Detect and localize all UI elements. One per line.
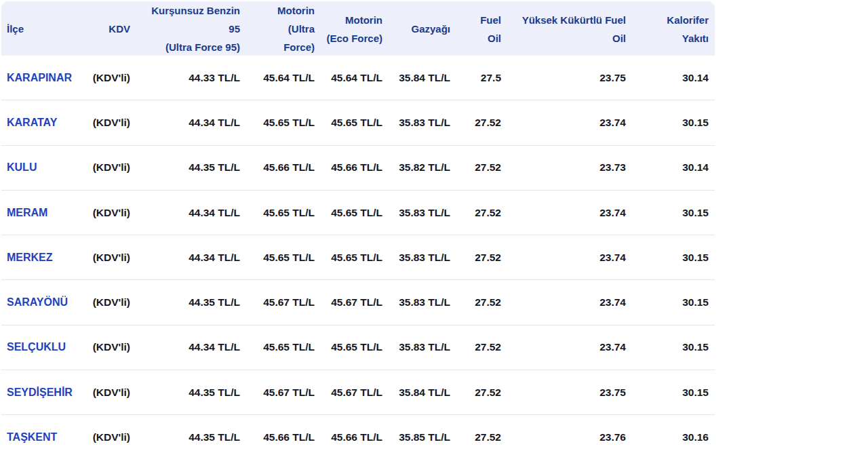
price-cell-motorin-ultra-force: 45.64 TL/L	[240, 72, 315, 84]
price-cell-yuksek-kukurtlu-fuel-oil: 23.74	[501, 341, 626, 353]
kdv-note: (KDV'li)	[85, 161, 130, 174]
price-cell-fuel-oil: 27.52	[450, 117, 501, 129]
kdv-note: (KDV'li)	[85, 117, 130, 129]
price-cell-kursunsuz-benzin-95: 44.35 TL/L	[130, 161, 240, 174]
column-header-kalorifer-yakiti: Kalorifer Yakıtı	[626, 11, 709, 47]
price-cell-kalorifer-yakiti: 30.16	[626, 431, 709, 443]
price-cell-motorin-ultra-force: 45.65 TL/L	[240, 207, 315, 219]
price-cell-gazyagi: 35.83 TL/L	[382, 296, 450, 309]
price-cell-kursunsuz-benzin-95: 44.34 TL/L	[130, 341, 240, 353]
table-header-row: İlçeKDVKurşunsuz Benzin 95 (Ultra Force …	[1, 1, 715, 56]
price-cell-yuksek-kukurtlu-fuel-oil: 23.75	[501, 72, 626, 84]
price-cell-gazyagi: 35.83 TL/L	[382, 207, 450, 219]
column-header-yuksek-kukurtlu-fuel-oil: Yüksek Kükürtlü Fuel Oil	[501, 11, 626, 47]
price-cell-fuel-oil: 27.52	[450, 252, 501, 264]
price-cell-kalorifer-yakiti: 30.14	[626, 72, 709, 84]
price-cell-yuksek-kukurtlu-fuel-oil: 23.76	[501, 431, 626, 443]
price-cell-motorin-eco-force: 45.65 TL/L	[315, 341, 382, 353]
price-cell-yuksek-kukurtlu-fuel-oil: 23.74	[501, 207, 626, 219]
price-cell-gazyagi: 35.85 TL/L	[382, 431, 450, 443]
price-cell-motorin-eco-force: 45.65 TL/L	[315, 207, 382, 219]
table-body: KARAPINAR(KDV'li)44.33 TL/L45.64 TL/L45.…	[1, 56, 715, 455]
price-cell-gazyagi: 35.83 TL/L	[382, 117, 450, 129]
fuel-price-table: İlçeKDVKurşunsuz Benzin 95 (Ultra Force …	[1, 1, 715, 455]
price-cell-gazyagi: 35.83 TL/L	[382, 341, 450, 353]
kdv-note: (KDV'li)	[85, 207, 130, 219]
price-cell-kursunsuz-benzin-95: 44.35 TL/L	[130, 387, 240, 399]
price-cell-kursunsuz-benzin-95: 44.34 TL/L	[130, 117, 240, 129]
price-cell-kursunsuz-benzin-95: 44.35 TL/L	[130, 431, 240, 443]
table-row: MERKEZ(KDV'li)44.34 TL/L45.65 TL/L45.65 …	[1, 235, 715, 280]
price-cell-kalorifer-yakiti: 30.14	[626, 161, 709, 174]
price-cell-gazyagi: 35.84 TL/L	[382, 72, 450, 84]
district-link[interactable]: TAŞKENT	[1, 431, 85, 443]
price-cell-fuel-oil: 27.52	[450, 207, 501, 219]
price-cell-kursunsuz-benzin-95: 44.35 TL/L	[130, 296, 240, 309]
price-cell-fuel-oil: 27.52	[450, 431, 501, 443]
kdv-note: (KDV'li)	[85, 72, 130, 84]
table-row: MERAM(KDV'li)44.34 TL/L45.65 TL/L45.65 T…	[1, 191, 715, 235]
kdv-note: (KDV'li)	[85, 341, 130, 353]
column-header-gazyagi: Gazyağı	[382, 20, 450, 38]
price-cell-kursunsuz-benzin-95: 44.33 TL/L	[130, 72, 240, 84]
kdv-note: (KDV'li)	[85, 387, 130, 399]
price-cell-motorin-ultra-force: 45.67 TL/L	[240, 296, 315, 309]
table-row: KARATAY(KDV'li)44.34 TL/L45.65 TL/L45.65…	[1, 100, 715, 145]
district-link[interactable]: SELÇUKLU	[1, 341, 85, 353]
table-row: TAŞKENT(KDV'li)44.35 TL/L45.66 TL/L45.66…	[1, 415, 715, 455]
table-row: SEYDİŞEHİR(KDV'li)44.35 TL/L45.67 TL/L45…	[1, 370, 715, 415]
price-cell-fuel-oil: 27.52	[450, 341, 501, 353]
column-header-kdv: KDV	[85, 20, 130, 38]
price-cell-motorin-eco-force: 45.67 TL/L	[315, 296, 382, 309]
price-cell-gazyagi: 35.82 TL/L	[382, 161, 450, 174]
kdv-note: (KDV'li)	[85, 252, 130, 264]
price-cell-motorin-eco-force: 45.65 TL/L	[315, 252, 382, 264]
price-cell-fuel-oil: 27.52	[450, 161, 501, 174]
price-cell-motorin-ultra-force: 45.67 TL/L	[240, 387, 315, 399]
price-cell-kalorifer-yakiti: 30.15	[626, 252, 709, 264]
price-cell-kursunsuz-benzin-95: 44.34 TL/L	[130, 252, 240, 264]
price-cell-motorin-eco-force: 45.67 TL/L	[315, 387, 382, 399]
column-header-kursunsuz-benzin-95: Kurşunsuz Benzin 95 (Ultra Force 95)	[130, 1, 240, 56]
price-cell-motorin-eco-force: 45.64 TL/L	[315, 72, 382, 84]
table-row: SELÇUKLU(KDV'li)44.34 TL/L45.65 TL/L45.6…	[1, 325, 715, 370]
district-link[interactable]: MERKEZ	[1, 252, 85, 264]
district-link[interactable]: KARAPINAR	[1, 72, 85, 84]
price-cell-kalorifer-yakiti: 30.15	[626, 387, 709, 399]
column-header-motorin-eco-force: Motorin (Eco Force)	[315, 11, 382, 47]
price-cell-yuksek-kukurtlu-fuel-oil: 23.75	[501, 387, 626, 399]
column-header-motorin-ultra-force: Motorin (Ultra Force)	[240, 1, 315, 56]
column-header-ilce: İlçe	[1, 20, 85, 38]
price-cell-gazyagi: 35.84 TL/L	[382, 387, 450, 399]
district-link[interactable]: KULU	[1, 161, 85, 174]
kdv-note: (KDV'li)	[85, 296, 130, 309]
price-cell-gazyagi: 35.83 TL/L	[382, 252, 450, 264]
price-cell-motorin-ultra-force: 45.65 TL/L	[240, 252, 315, 264]
district-link[interactable]: MERAM	[1, 207, 85, 219]
price-cell-motorin-eco-force: 45.66 TL/L	[315, 161, 382, 174]
price-cell-motorin-ultra-force: 45.66 TL/L	[240, 431, 315, 443]
price-cell-motorin-ultra-force: 45.65 TL/L	[240, 341, 315, 353]
price-cell-motorin-ultra-force: 45.65 TL/L	[240, 117, 315, 129]
price-cell-yuksek-kukurtlu-fuel-oil: 23.74	[501, 296, 626, 309]
table-row: KARAPINAR(KDV'li)44.33 TL/L45.64 TL/L45.…	[1, 56, 715, 100]
column-header-fuel-oil: Fuel Oil	[450, 11, 501, 47]
price-cell-yuksek-kukurtlu-fuel-oil: 23.73	[501, 161, 626, 174]
district-link[interactable]: SEYDİŞEHİR	[1, 387, 85, 399]
table-row: SARAYÖNÜ(KDV'li)44.35 TL/L45.67 TL/L45.6…	[1, 280, 715, 325]
price-cell-yuksek-kukurtlu-fuel-oil: 23.74	[501, 252, 626, 264]
price-cell-kalorifer-yakiti: 30.15	[626, 296, 709, 309]
price-cell-kursunsuz-benzin-95: 44.34 TL/L	[130, 207, 240, 219]
price-cell-kalorifer-yakiti: 30.15	[626, 207, 709, 219]
price-cell-fuel-oil: 27.52	[450, 296, 501, 309]
district-link[interactable]: SARAYÖNÜ	[1, 296, 85, 309]
kdv-note: (KDV'li)	[85, 431, 130, 443]
price-cell-kalorifer-yakiti: 30.15	[626, 117, 709, 129]
table-row: KULU(KDV'li)44.35 TL/L45.66 TL/L45.66 TL…	[1, 146, 715, 191]
price-cell-fuel-oil: 27.5	[450, 72, 501, 84]
price-cell-motorin-eco-force: 45.66 TL/L	[315, 431, 382, 443]
price-cell-yuksek-kukurtlu-fuel-oil: 23.74	[501, 117, 626, 129]
price-cell-motorin-ultra-force: 45.66 TL/L	[240, 161, 315, 174]
price-cell-kalorifer-yakiti: 30.15	[626, 341, 709, 353]
district-link[interactable]: KARATAY	[1, 117, 85, 129]
